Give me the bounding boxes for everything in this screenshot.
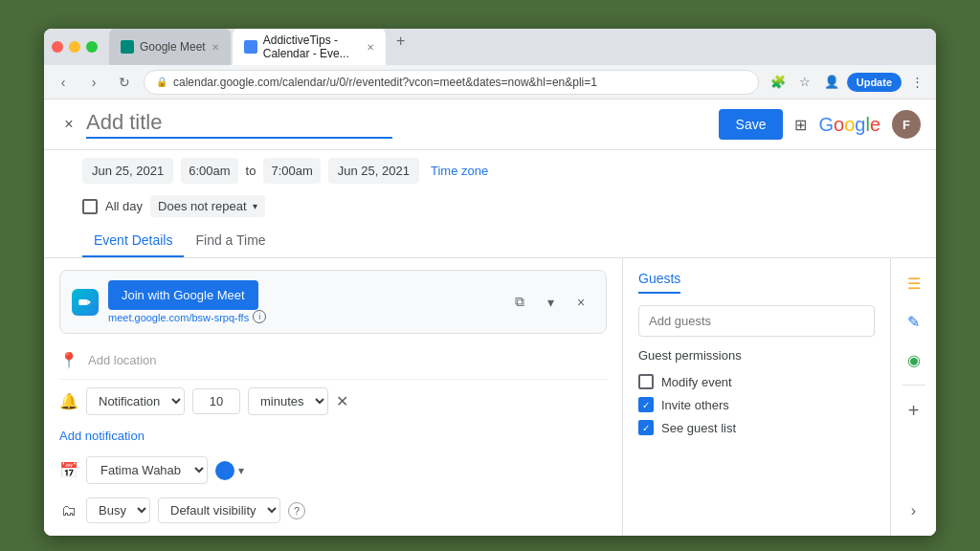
calendar-icon: 📅 <box>59 461 78 480</box>
end-date-btn[interactable]: Jun 25, 2021 <box>328 158 419 184</box>
permission-see-list: ✓ See guest list <box>638 416 875 439</box>
save-btn[interactable]: Save <box>719 109 784 140</box>
calendar-owner-row: 📅 Fatima Wahab ▾ <box>59 449 607 492</box>
see-guest-list-checkbox[interactable]: ✓ <box>638 420 654 435</box>
notification-row: 🔔 Notification minutes ✕ <box>59 380 607 423</box>
new-tab-btn[interactable]: + <box>388 29 414 55</box>
location-input[interactable] <box>88 349 607 371</box>
sidebar-expand-btn[interactable]: › <box>897 494 931 528</box>
right-sidebar: ☰ ✎ ◉ + › <box>890 258 936 536</box>
meet-left: Join with Google Meet meet.google.com/bs… <box>72 280 266 323</box>
guests-title: Guests <box>638 271 680 294</box>
location-icon: 📍 <box>59 351 78 370</box>
url-bar[interactable]: 🔒 calendar.google.com/calendar/u/0/r/eve… <box>144 70 759 95</box>
copy-meet-link-btn[interactable]: ⧉ <box>506 289 533 316</box>
status-icon: 🗂 <box>59 501 78 520</box>
checkmark-see-list: ✓ <box>642 423 650 433</box>
profile-icon[interactable]: 👤 <box>820 71 843 94</box>
close-event-btn[interactable]: × <box>59 115 78 134</box>
apps-grid-icon[interactable]: ⊞ <box>794 116 807 134</box>
repeat-label: Does not repeat <box>158 199 247 213</box>
notification-type-select[interactable]: Notification <box>86 387 185 415</box>
sidebar-keep-icon[interactable]: ✎ <box>897 304 931 339</box>
repeat-btn[interactable]: Does not repeat <box>150 195 265 217</box>
meet-section: Join with Google Meet meet.google.com/bs… <box>59 270 607 334</box>
minimize-window-btn[interactable] <box>69 41 80 53</box>
bell-icon: 🔔 <box>59 392 78 411</box>
bookmark-icon[interactable]: ☆ <box>793 71 816 94</box>
end-time-btn[interactable]: 7:00am <box>263 158 320 184</box>
notification-value-input[interactable] <box>192 388 240 414</box>
add-notification-btn[interactable]: Add notification <box>59 423 607 449</box>
tab-calendar[interactable]: AddictiveTips - Calendar - Eve... ✕ <box>233 29 386 66</box>
invite-others-checkbox[interactable]: ✓ <box>638 397 654 412</box>
sidebar-add-btn[interactable]: + <box>897 393 931 428</box>
location-row: 📍 <box>59 342 607 380</box>
close-window-btn[interactable] <box>52 41 63 53</box>
start-time-btn[interactable]: 6:00am <box>181 158 237 184</box>
guest-permissions-title: Guest permissions <box>638 348 875 363</box>
google-logo: Google <box>818 114 880 136</box>
timezone-btn[interactable]: Time zone <box>431 164 488 178</box>
allday-checkbox[interactable] <box>82 199 98 214</box>
maximize-window-btn[interactable] <box>86 41 98 53</box>
reload-btn[interactable]: ↻ <box>113 71 136 94</box>
app-content: × Save ⊞ Google F Jun 25, 2021 6:00am to… <box>44 99 936 536</box>
to-label: to <box>246 164 256 178</box>
allday-row: All day Does not repeat <box>44 191 936 221</box>
url-text: calendar.google.com/calendar/u/0/r/event… <box>173 76 597 89</box>
calendar-favicon <box>244 40 257 54</box>
clear-notification-btn[interactable]: ✕ <box>336 392 348 410</box>
tab-meet[interactable]: Google Meet ✕ <box>109 29 231 66</box>
user-avatar[interactable]: F <box>892 110 921 139</box>
meet-info-icon[interactable]: i <box>253 310 266 323</box>
add-icon: + <box>908 400 920 422</box>
tab-calendar-close[interactable]: ✕ <box>367 42 374 53</box>
browser-actions: 🧩 ☆ 👤 Update ⋮ <box>767 71 928 94</box>
event-details-panel: Join with Google Meet meet.google.com/bs… <box>44 258 622 536</box>
event-title-input[interactable] <box>86 110 392 139</box>
meet-favicon <box>121 40 134 54</box>
tab-calendar-label: AddictiveTips - Calendar - Eve... <box>263 33 361 60</box>
content-area: Join with Google Meet meet.google.com/bs… <box>44 258 936 536</box>
tab-meet-label: Google Meet <box>140 40 206 54</box>
lock-icon: 🔒 <box>156 77 167 87</box>
app-header: × Save ⊞ Google F <box>44 99 936 150</box>
update-btn[interactable]: Update <box>847 73 902 92</box>
notification-unit-select[interactable]: minutes <box>248 387 328 415</box>
tab-event-details[interactable]: Event Details <box>82 225 184 257</box>
chevron-down-icon[interactable]: ▾ <box>238 464 244 477</box>
meet-icon <box>72 289 99 316</box>
calendar-owner-select[interactable]: Fatima Wahab <box>86 456 208 484</box>
meet-link-text: meet.google.com/bsw-srpq-ffs <box>108 312 249 323</box>
tab-find-time[interactable]: Find a Time <box>184 225 277 257</box>
allday-label: All day <box>105 199 143 213</box>
address-bar: ‹ › ↻ 🔒 calendar.google.com/calendar/u/0… <box>44 65 936 99</box>
menu-btn[interactable]: ⋮ <box>905 71 928 94</box>
title-bar: Google Meet ✕ AddictiveTips - Calendar -… <box>44 29 936 65</box>
sidebar-tasks-icon[interactable]: ☰ <box>897 266 931 300</box>
calendar-color-section: ▾ <box>215 461 244 480</box>
start-date-btn[interactable]: Jun 25, 2021 <box>82 158 173 184</box>
add-notif-label: Add notification <box>59 429 145 443</box>
invite-others-label: Invite others <box>661 398 729 412</box>
permission-modify: Modify event <box>638 370 875 393</box>
status-row: 🗂 Busy Default visibility ? <box>59 492 607 529</box>
modify-event-checkbox[interactable] <box>638 374 654 389</box>
traffic-lights <box>52 41 98 53</box>
visibility-help-icon[interactable]: ? <box>288 502 305 519</box>
close-meet-btn[interactable]: × <box>568 289 594 316</box>
tab-meet-close[interactable]: ✕ <box>212 42 219 53</box>
chevron-right-icon: › <box>911 502 916 519</box>
guests-panel: Guests Guest permissions Modify event ✓ … <box>622 258 890 536</box>
back-btn[interactable]: ‹ <box>52 71 75 94</box>
calendar-app: × Save ⊞ Google F Jun 25, 2021 6:00am to… <box>44 99 936 536</box>
busy-select[interactable]: Busy <box>86 497 150 523</box>
expand-meet-btn[interactable]: ▾ <box>537 289 564 316</box>
forward-btn[interactable]: › <box>82 71 105 94</box>
sidebar-maps-icon[interactable]: ◉ <box>897 342 931 377</box>
visibility-select[interactable]: Default visibility <box>158 497 280 523</box>
add-guests-input[interactable] <box>638 305 875 337</box>
extensions-icon[interactable]: 🧩 <box>767 71 790 94</box>
join-meet-btn[interactable]: Join with Google Meet <box>108 280 258 310</box>
